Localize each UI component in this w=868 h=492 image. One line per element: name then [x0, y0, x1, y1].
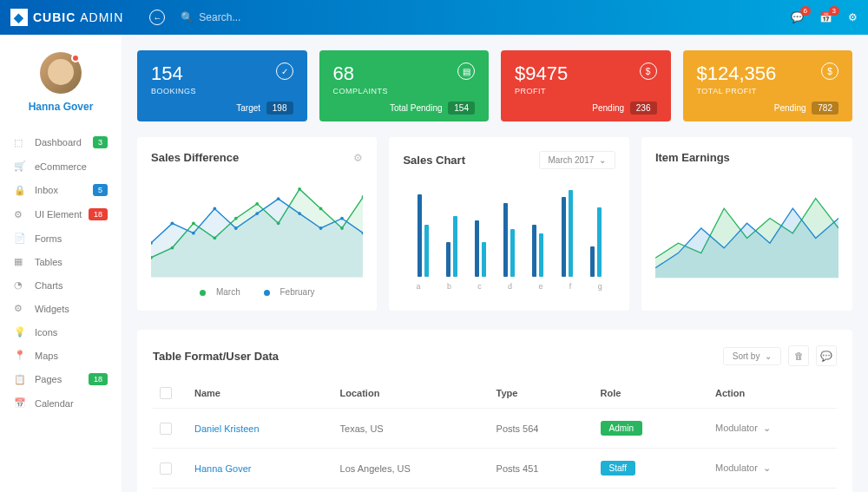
back-icon[interactable]: ←	[149, 10, 165, 25]
nav-label: Dashboard	[35, 137, 82, 148]
user-name-link[interactable]: Hanna Gover	[194, 463, 251, 474]
sidebar-item-tables[interactable]: ▦Tables	[0, 250, 122, 273]
settings-icon[interactable]: ⚙	[848, 11, 858, 23]
nav-label: Inbox	[35, 185, 58, 195]
sidebar-item-forms[interactable]: 📄Forms	[0, 226, 122, 250]
col-header: Role	[594, 378, 708, 409]
search-input[interactable]	[199, 11, 329, 23]
tables-icon: ▦	[14, 256, 26, 267]
table-row: Hanna GoverLos Angeles, USPosts 451Staff…	[153, 449, 837, 489]
table-row: Jeffery BrownHouston, USPosts 978UserMod…	[153, 489, 837, 493]
item-earnings-chart	[655, 176, 838, 280]
bar-group	[590, 207, 602, 277]
type-cell: Posts 978	[490, 489, 594, 493]
svg-point-15	[192, 232, 195, 235]
stat-card-total profit[interactable]: $124,356TOTAL PROFIT$Pending 782	[683, 50, 853, 121]
card-label: COMPLAINTS	[333, 87, 476, 95]
sidebar-item-dashboard[interactable]: ⬚Dashboard3	[0, 130, 122, 154]
sidebar-item-inbox[interactable]: 🔒Inbox5	[0, 178, 122, 202]
chat-notification[interactable]: 💬6	[791, 11, 804, 23]
bar	[532, 225, 536, 277]
brand-name: CUBIC	[33, 10, 76, 24]
role-badge: Staff	[601, 461, 635, 476]
card-icon: $	[821, 62, 838, 80]
row-checkbox[interactable]	[160, 423, 172, 435]
legend-march: March	[216, 287, 240, 297]
svg-point-19	[277, 197, 280, 200]
search-wrap: 🔍	[181, 11, 329, 23]
card-icon: ▤	[457, 62, 475, 80]
period-selector[interactable]: March 2017 ⌄	[539, 151, 615, 169]
sales-chart-title: Sales Chart	[403, 154, 465, 167]
svg-point-20	[298, 212, 301, 215]
item-earnings-panel: Item Earnings	[641, 137, 852, 311]
card-footer: Target 198	[236, 103, 293, 113]
svg-point-9	[319, 207, 323, 211]
ui-icon: ⚙	[14, 209, 26, 220]
nav-badge: 18	[89, 373, 108, 385]
calendar-icon: 📅	[14, 397, 26, 409]
brand-logo[interactable]: ◆ CUBIC ADMIN	[10, 9, 123, 26]
comment-button[interactable]: 💬	[816, 345, 837, 366]
sidebar-item-ui-element[interactable]: ⚙UI Element18	[0, 202, 122, 226]
pages-icon: 📋	[14, 374, 26, 385]
bar	[569, 190, 573, 277]
brand-suffix: ADMIN	[80, 10, 123, 24]
nav-label: Forms	[35, 233, 62, 244]
bar	[510, 229, 515, 277]
nav-label: UI Element	[35, 209, 82, 220]
sort-selector[interactable]: Sort by ⌄	[723, 347, 781, 365]
sales-diff-chart	[151, 176, 363, 280]
sales-diff-title: Sales Difference	[151, 151, 239, 164]
bar	[453, 216, 457, 277]
logo-icon: ◆	[10, 9, 28, 26]
bar	[446, 242, 450, 277]
gear-icon[interactable]: ⚙	[353, 152, 363, 164]
card-value: $9475	[515, 62, 657, 85]
bar-label: g	[598, 282, 602, 291]
bar-group	[446, 216, 457, 277]
sidebar-item-pages[interactable]: 📋Pages18	[0, 367, 122, 391]
sidebar-item-widgets[interactable]: ⚙Widgets	[0, 297, 122, 320]
sidebar-item-maps[interactable]: 📍Maps	[0, 344, 122, 367]
col-header	[153, 378, 187, 409]
sidebar-item-charts[interactable]: ◔Charts	[0, 273, 122, 297]
legend-february: February	[280, 287, 315, 297]
type-cell: Posts 451	[490, 449, 594, 489]
inbox-icon: 🔒	[14, 185, 26, 196]
dashboard-icon: ⬚	[14, 137, 26, 148]
stat-card-bookings[interactable]: 154BOOKINGS✓Target 198	[137, 50, 307, 121]
delete-button[interactable]: 🗑	[788, 345, 809, 366]
bar	[562, 197, 566, 277]
svg-point-22	[340, 217, 344, 220]
user-table: NameLocationTypeRoleAction Daniel Kriste…	[153, 378, 837, 492]
nav-label: Charts	[35, 280, 62, 291]
search-icon: 🔍	[181, 11, 194, 23]
col-header: Name	[187, 378, 333, 409]
bar	[424, 225, 429, 277]
sidebar-item-ecommerce[interactable]: 🛒eCommerce	[0, 154, 122, 178]
user-name-link[interactable]: Daniel Kristeen	[194, 423, 260, 434]
stat-card-profit[interactable]: $9475PROFIT$Pending 236	[501, 50, 671, 121]
checkbox-all[interactable]	[160, 387, 172, 399]
sidebar-item-calendar[interactable]: 📅Calendar	[0, 391, 122, 415]
svg-point-18	[255, 212, 259, 215]
sidebar: Hanna Gover ⬚Dashboard3🛒eCommerce🔒Inbox5…	[0, 35, 122, 492]
role-badge: Admin	[601, 421, 642, 436]
nav-badge: 18	[89, 208, 108, 220]
charts-icon: ◔	[14, 279, 26, 291]
table-row: Daniel KristeenTexas, USPosts 564AdminMo…	[153, 409, 837, 449]
row-checkbox[interactable]	[160, 462, 172, 475]
stat-card-complaints[interactable]: 68COMPLAINTS▤Total Pending 154	[319, 50, 490, 121]
nav-label: Calendar	[35, 398, 74, 409]
card-value: $124,356	[697, 62, 839, 85]
action-selector[interactable]: Modulator ⌄	[715, 462, 771, 473]
nav-label: eCommerce	[35, 161, 87, 172]
bar-label: e	[538, 282, 542, 291]
action-selector[interactable]: Modulator ⌄	[715, 423, 771, 433]
main-content: 154BOOKINGS✓Target 19868COMPLAINTS▤Total…	[122, 35, 868, 492]
bar	[475, 220, 479, 277]
calendar-notification[interactable]: 📅3	[819, 11, 832, 23]
bar	[482, 242, 486, 277]
sidebar-item-icons[interactable]: 💡Icons	[0, 320, 122, 344]
